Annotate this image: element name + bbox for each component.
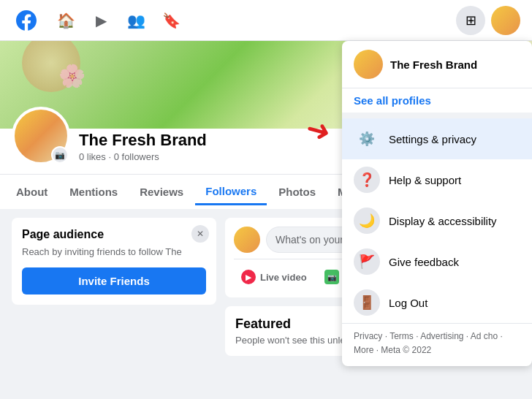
feedback-icon: 🚩 [354,248,380,275]
facebook-logo [12,6,41,35]
menu-item-settings[interactable]: ⚙️ Settings & privacy [342,118,532,159]
help-label: Help & support [389,174,461,186]
edit-profile-pic-button[interactable]: 📷 [51,146,69,164]
menu-item-logout[interactable]: 🚪 Log Out [342,282,532,323]
photo-icon: 📷 [324,270,339,284]
tab-photos[interactable]: Photos [268,180,326,204]
left-panel: ✕ Page audience Reach by inviting friend… [12,218,216,356]
tab-about[interactable]: About [6,180,58,204]
logout-label: Log Out [389,297,428,309]
audience-title: Page audience [22,228,206,241]
grid-menu-button[interactable]: ⊞ [456,6,485,35]
top-navigation: 🏠 ▶ 👥 🔖 ⊞ [0,0,532,41]
bookmark-nav-button[interactable]: 🔖 [155,4,187,37]
nav-right: ⊞ [456,6,520,35]
audience-card: ✕ Page audience Reach by inviting friend… [12,218,216,305]
tab-reviews[interactable]: Reviews [129,180,194,204]
logout-icon: 🚪 [354,289,380,316]
see-all-profiles-link[interactable]: See all profiles [342,88,532,118]
menu-item-help[interactable]: ❓ Help & support [342,159,532,200]
audience-description: Reach by inviting friends to follow The [22,246,206,259]
menu-item-display[interactable]: 🌙 Display & accessibility [342,200,532,241]
video-nav-button[interactable]: ▶ [85,4,117,37]
profile-info: The Fresh Brand 0 likes · 0 followers [79,131,207,165]
invite-friends-button[interactable]: Invite Friends [22,267,206,294]
dropdown-profile-section[interactable]: The Fresh Brand [342,41,532,88]
cover-decoration: 🌸 [58,63,86,88]
profile-picture-wrapper: 📷 [12,107,70,165]
dropdown-profile-name: The Fresh Brand [390,58,477,71]
nav-left: 🏠 ▶ 👥 🔖 [12,4,187,37]
live-icon: ▶ [241,270,256,284]
settings-icon: ⚙️ [354,126,380,152]
display-icon: 🌙 [354,208,380,234]
display-label: Display & accessibility [389,215,497,227]
nav-icons: 🏠 ▶ 👥 🔖 [50,4,187,37]
help-icon: ❓ [354,167,380,193]
post-avatar [234,227,260,253]
settings-label: Settings & privacy [389,133,476,145]
close-button[interactable]: ✕ [191,225,209,243]
nav-profile-avatar[interactable] [491,6,520,35]
tab-followers[interactable]: Followers [195,179,267,205]
home-nav-button[interactable]: 🏠 [50,4,82,37]
tab-mentions[interactable]: Mentions [59,180,128,204]
page-meta: 0 likes · 0 followers [79,151,207,162]
menu-item-feedback[interactable]: 🚩 Give feedback [342,241,532,282]
page-name: The Fresh Brand [79,131,207,150]
dropdown-footer: Privacy · Terms · Advertising · Ad cho ·… [342,323,532,366]
live-video-button[interactable]: ▶ Live video [234,265,314,289]
feedback-label: Give feedback [389,256,459,268]
dropdown-avatar [354,50,383,79]
dropdown-menu: The Fresh Brand See all profiles ⚙️ Sett… [342,41,532,366]
groups-nav-button[interactable]: 👥 [120,4,152,37]
